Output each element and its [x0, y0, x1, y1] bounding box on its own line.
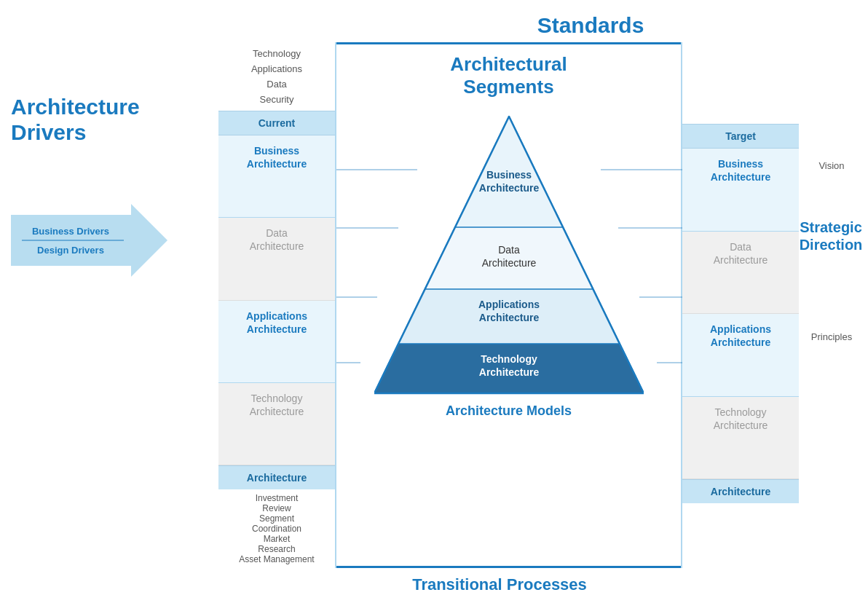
svg-text:Applications: Applications	[478, 299, 539, 310]
segment-coordination: SegmentCoordination	[252, 513, 301, 534]
current-header: Current	[218, 111, 335, 135]
arch-drivers-title: Architecture Drivers	[11, 95, 140, 145]
left-architecture: Architecture	[218, 465, 335, 489]
drivers-arrow: Business Drivers Design Drivers	[11, 204, 167, 277]
market-research: MarketResearch	[258, 534, 295, 554]
left-apps-arch: ApplicationsArchitecture	[218, 301, 335, 383]
investment-review: InvestmentReview	[256, 493, 299, 513]
top-label-data: Data	[267, 79, 286, 90]
bottom-labels: InvestmentReview SegmentCoordination Mar…	[218, 489, 335, 568]
standards-label: Standards	[401, 13, 781, 38]
svg-text:Architecture: Architecture	[481, 257, 536, 269]
svg-text:Business Drivers: Business Drivers	[32, 226, 109, 237]
right-apps-arch: ApplicationsArchitecture	[682, 314, 799, 397]
top-label-security: Security	[260, 94, 294, 105]
left-business-arch: BusinessArchitecture	[218, 135, 335, 218]
svg-text:Architecture: Architecture	[478, 366, 539, 378]
svg-text:Data: Data	[498, 244, 520, 256]
left-column: Technology Applications Data Security Cu…	[218, 42, 336, 568]
target-header: Target	[682, 124, 799, 149]
principles-label-area: Principles	[799, 331, 864, 342]
strategic-direction: StrategicDirection	[795, 218, 867, 253]
transitional-label: Transitional Processes	[218, 575, 781, 594]
right-architecture: Architecture	[682, 479, 799, 503]
svg-text:Business: Business	[486, 169, 531, 181]
svg-text:Technology: Technology	[481, 353, 537, 365]
strategic-direction-area: Vision	[799, 160, 864, 177]
left-tech-arch: TechnologyArchitecture	[218, 383, 335, 465]
right-column: Target BusinessArchitecture DataArchitec…	[681, 42, 799, 568]
right-business-arch: BusinessArchitecture	[682, 149, 799, 232]
right-tech-arch: TechnologyArchitecture	[682, 397, 799, 480]
principles-label: Principles	[799, 331, 864, 342]
left-data-arch: DataArchitecture	[218, 218, 335, 300]
top-labels: Technology Applications Data Security	[218, 42, 335, 111]
top-label-applications: Applications	[251, 63, 302, 74]
triangle-container: Business Architecture Data Architecture …	[374, 109, 644, 401]
vision-label: Vision	[799, 160, 864, 171]
svg-text:Architecture: Architecture	[478, 312, 539, 323]
arch-models-label: Architecture Models	[446, 403, 572, 419]
asset-management: Asset Management	[239, 554, 314, 564]
center-area: ArchitecturalSegments	[336, 42, 681, 568]
right-data-arch: DataArchitecture	[682, 232, 799, 315]
top-label-technology: Technology	[253, 48, 301, 59]
arch-segments-title: ArchitecturalSegments	[450, 53, 567, 98]
svg-text:Design Drivers: Design Drivers	[37, 245, 104, 256]
svg-text:Architecture: Architecture	[478, 182, 539, 194]
